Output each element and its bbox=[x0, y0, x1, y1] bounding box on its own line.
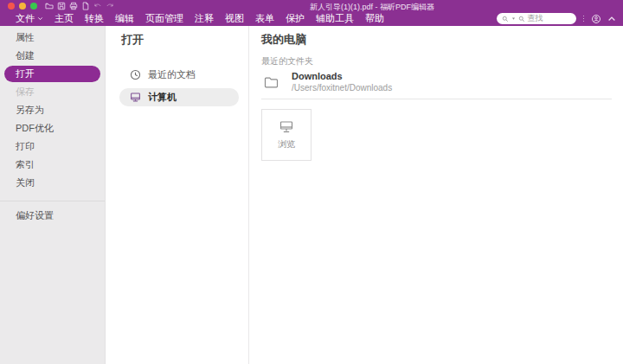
computer-icon bbox=[130, 92, 141, 103]
menu-file-label: 文件 bbox=[16, 12, 35, 25]
folder-path: /Users/foxitnet/Downloads bbox=[292, 83, 392, 93]
recent-folder-row-downloads[interactable]: Downloads /Users/foxitnet/Downloads bbox=[261, 69, 612, 99]
search-options-icon[interactable] bbox=[502, 16, 509, 22]
sidebar-divider bbox=[0, 201, 105, 201]
sidebar-item-open[interactable]: 打开 bbox=[4, 66, 100, 82]
menu-home[interactable]: 主页 bbox=[55, 12, 74, 25]
menu-items: 文件 主页 转换 编辑 页面管理 注释 视图 表单 保护 辅助工具 帮助 bbox=[16, 12, 384, 25]
search-input[interactable]: 查找 bbox=[497, 13, 576, 24]
sidebar-item-print[interactable]: 打印 bbox=[0, 137, 105, 156]
my-computer-panel: 我的电脑 最近的文件夹 Downloads /Users/foxitnet/Do… bbox=[249, 26, 623, 364]
open-row-label: 计算机 bbox=[148, 91, 177, 104]
titlebar: 新人引导(1)(1).pdf - 福昕PDF编辑器 文件 主页 转换 编辑 页面… bbox=[0, 0, 623, 26]
sidebar-item-create[interactable]: 创建 bbox=[0, 47, 105, 65]
account-icon[interactable] bbox=[591, 14, 601, 24]
sidebar-item-save-as[interactable]: 另存为 bbox=[0, 101, 105, 119]
new-document-icon[interactable] bbox=[81, 2, 90, 10]
redo-icon[interactable] bbox=[106, 2, 114, 10]
folder-icon bbox=[264, 75, 279, 89]
sidebar-item-index[interactable]: 索引 bbox=[0, 156, 105, 174]
open-folder-icon[interactable] bbox=[45, 2, 54, 10]
monitor-icon bbox=[279, 121, 293, 133]
sidebar-item-close[interactable]: 关闭 bbox=[0, 174, 105, 192]
menu-form[interactable]: 表单 bbox=[255, 12, 274, 25]
app-window: 新人引导(1)(1).pdf - 福昕PDF编辑器 文件 主页 转换 编辑 页面… bbox=[0, 0, 623, 364]
open-panel-title: 打开 bbox=[106, 33, 248, 46]
menu-page-management[interactable]: 页面管理 bbox=[145, 12, 183, 25]
computer-panel-title: 我的电脑 bbox=[261, 33, 612, 46]
open-panel: 打开 最近的文档 计算机 bbox=[106, 26, 249, 364]
minimize-window-button[interactable] bbox=[19, 3, 26, 10]
sidebar-item-pdf-optimize[interactable]: PDF优化 bbox=[0, 119, 105, 137]
menu-protect[interactable]: 保护 bbox=[286, 12, 305, 25]
sidebar-item-save: 保存 bbox=[0, 83, 105, 101]
clock-icon bbox=[130, 69, 141, 80]
undo-icon[interactable] bbox=[93, 2, 102, 10]
file-sidebar: 属性 创建 打开 保存 另存为 PDF优化 打印 索引 关闭 偏好设置 bbox=[0, 26, 106, 364]
menu-edit[interactable]: 编辑 bbox=[115, 12, 134, 25]
caret-down-icon[interactable] bbox=[511, 16, 516, 21]
collapse-toolbar-icon[interactable] bbox=[607, 14, 617, 24]
close-window-button[interactable] bbox=[8, 3, 15, 10]
menu-accessibility[interactable]: 辅助工具 bbox=[316, 12, 354, 25]
menu-file[interactable]: 文件 bbox=[16, 12, 43, 25]
sidebar-item-preferences[interactable]: 偏好设置 bbox=[0, 207, 105, 225]
open-row-recent-documents[interactable]: 最近的文档 bbox=[119, 66, 239, 84]
browse-label: 浏览 bbox=[278, 139, 295, 149]
zoom-window-button[interactable] bbox=[30, 3, 37, 10]
sidebar-item-properties[interactable]: 属性 bbox=[0, 29, 105, 47]
backstage-view: 属性 创建 打开 保存 另存为 PDF优化 打印 索引 关闭 偏好设置 打开 最… bbox=[0, 26, 623, 364]
menu-convert[interactable]: 转换 bbox=[85, 12, 104, 25]
print-icon[interactable] bbox=[69, 2, 78, 10]
folder-name: Downloads bbox=[292, 71, 392, 82]
menu-comment[interactable]: 注释 bbox=[195, 12, 214, 25]
more-options-icon[interactable] bbox=[581, 16, 587, 22]
open-row-label: 最近的文档 bbox=[148, 68, 196, 81]
titlebar-top-row: 新人引导(1)(1).pdf - 福昕PDF编辑器 bbox=[0, 0, 623, 11]
search-icon bbox=[518, 16, 525, 22]
menu-view[interactable]: 视图 bbox=[225, 12, 244, 25]
recent-folders-label: 最近的文件夹 bbox=[261, 56, 612, 67]
open-row-computer[interactable]: 计算机 bbox=[119, 88, 239, 106]
open-locations-list: 最近的文档 计算机 bbox=[106, 66, 248, 106]
menu-help[interactable]: 帮助 bbox=[365, 12, 384, 25]
search-placeholder: 查找 bbox=[528, 13, 543, 24]
browse-button[interactable]: 浏览 bbox=[261, 109, 312, 161]
menubar: 文件 主页 转换 编辑 页面管理 注释 视图 表单 保护 辅助工具 帮助 bbox=[0, 11, 623, 26]
titlebar-right-cluster: 查找 bbox=[497, 13, 618, 24]
traffic-lights bbox=[8, 3, 37, 10]
save-icon[interactable] bbox=[57, 2, 66, 10]
chevron-down-icon bbox=[37, 16, 43, 22]
window-title: 新人引导(1)(1).pdf - 福昕PDF编辑器 bbox=[310, 2, 434, 13]
folder-info: Downloads /Users/foxitnet/Downloads bbox=[292, 71, 392, 93]
quick-access-toolbar bbox=[45, 2, 114, 10]
